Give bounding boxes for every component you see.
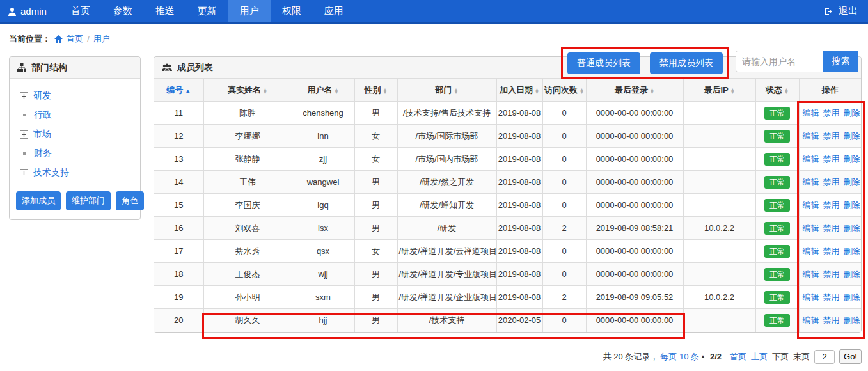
forbid-link[interactable]: 禁用 <box>823 200 840 210</box>
breadcrumb-home-link[interactable]: 首页 <box>67 33 83 45</box>
add-member-button[interactable]: 添加成员 <box>16 191 61 210</box>
tree-item-market[interactable]: 市场 <box>20 125 130 144</box>
tree-item-dev[interactable]: 研发 <box>20 86 130 106</box>
go-button[interactable]: Go! <box>839 349 862 364</box>
cell-join_date: 2019-08-08 <box>496 125 542 148</box>
column-header-last_login[interactable]: 最后登录▲▼ <box>586 79 683 102</box>
delete-link[interactable]: 删除 <box>844 246 860 256</box>
nav-user[interactable]: admin <box>0 0 59 22</box>
edit-link[interactable]: 编辑 <box>803 292 819 302</box>
normal-member-list-button[interactable]: 普通成员列表 <box>567 52 640 74</box>
status-badge: 正常 <box>764 153 790 166</box>
forbid-link[interactable]: 禁用 <box>823 177 840 187</box>
edit-link[interactable]: 编辑 <box>803 246 819 256</box>
forbid-link[interactable]: 禁用 <box>823 108 840 118</box>
plus-square-icon[interactable] <box>20 130 28 139</box>
edit-link[interactable]: 编辑 <box>803 108 819 118</box>
leaf-bullet-icon <box>20 152 29 155</box>
cell-last_ip <box>683 102 755 125</box>
plus-square-icon[interactable] <box>20 169 28 177</box>
column-header-dept[interactable]: 部门▲▼ <box>397 79 496 102</box>
edit-link[interactable]: 编辑 <box>803 131 819 141</box>
page-number-input[interactable] <box>814 350 835 364</box>
column-label: 部门 <box>436 85 452 95</box>
edit-link[interactable]: 编辑 <box>803 177 819 187</box>
cell-actions: 编辑禁用删除 <box>799 309 861 332</box>
forbid-link[interactable]: 禁用 <box>823 292 840 302</box>
forbid-link[interactable]: 禁用 <box>823 269 840 279</box>
cell-name: 张静静 <box>203 148 292 171</box>
first-page-link[interactable]: 首页 <box>730 351 746 363</box>
cell-last_login: 0000-00-00 00:00:00 <box>586 171 683 194</box>
search-input[interactable] <box>736 51 823 72</box>
plus-square-icon[interactable] <box>20 92 28 100</box>
column-header-name[interactable]: 真实姓名▲▼ <box>203 79 292 102</box>
cell-actions: 编辑禁用删除 <box>799 194 861 217</box>
edit-link[interactable]: 编辑 <box>803 154 819 164</box>
cell-status: 正常 <box>755 286 799 309</box>
delete-link[interactable]: 删除 <box>844 177 860 187</box>
delete-link[interactable]: 删除 <box>844 200 860 210</box>
forbid-link[interactable]: 禁用 <box>823 131 840 141</box>
forbid-link[interactable]: 禁用 <box>823 315 840 325</box>
column-header-gender[interactable]: 性别▲▼ <box>354 79 397 102</box>
edit-link[interactable]: 编辑 <box>803 200 819 210</box>
forbid-link[interactable]: 禁用 <box>823 154 840 164</box>
column-header-id[interactable]: 编号▲ <box>154 79 203 102</box>
forbid-link[interactable]: 禁用 <box>823 246 840 256</box>
edit-link[interactable]: 编辑 <box>803 223 819 233</box>
edit-link[interactable]: 编辑 <box>803 269 819 279</box>
cell-visits: 0 <box>542 240 586 263</box>
nav-item-rights[interactable]: 权限 <box>271 0 313 22</box>
nav-item-apps[interactable]: 应用 <box>313 0 355 22</box>
member-row-18: 18王俊杰wjj男/研发/禅道开发/专业版项目2019-08-0800000-0… <box>154 263 861 286</box>
delete-link[interactable]: 删除 <box>844 108 860 118</box>
next-page-link[interactable]: 下页 <box>772 351 789 363</box>
tree-item-label: 技术支持 <box>33 167 69 178</box>
column-header-join_date[interactable]: 加入日期▲▼ <box>496 79 542 102</box>
roles-button[interactable]: 角色 <box>116 191 144 210</box>
tree-item-finance[interactable]: 财务 <box>20 144 130 163</box>
cell-gender: 男 <box>354 217 397 240</box>
department-panel-header: 部门结构 <box>10 57 140 79</box>
nav-item-push[interactable]: 推送 <box>144 0 186 22</box>
nav-item-params[interactable]: 参数 <box>102 0 144 22</box>
column-header-visits[interactable]: 访问次数▲▼ <box>542 79 586 102</box>
cell-actions: 编辑禁用删除 <box>799 240 861 263</box>
status-badge: 正常 <box>764 268 790 281</box>
delete-link[interactable]: 删除 <box>844 269 860 279</box>
tree-item-support[interactable]: 技术支持 <box>20 163 130 182</box>
column-header-username[interactable]: 用户名▲▼ <box>292 79 354 102</box>
cell-status: 正常 <box>755 263 799 286</box>
manage-dept-button[interactable]: 维护部门 <box>66 191 111 210</box>
cell-id: 19 <box>154 286 203 309</box>
cell-actions: 编辑禁用删除 <box>799 102 861 125</box>
cell-id: 20 <box>154 309 203 332</box>
delete-link[interactable]: 删除 <box>844 223 860 233</box>
delete-link[interactable]: 删除 <box>844 154 860 164</box>
search-button[interactable]: 搜索 <box>823 51 858 72</box>
disabled-member-list-button[interactable]: 禁用成员列表 <box>650 52 723 74</box>
column-header-status[interactable]: 状态▲▼ <box>755 79 799 102</box>
cell-last_ip <box>683 148 755 171</box>
nav-item-users[interactable]: 用户 <box>228 0 271 22</box>
delete-link[interactable]: 删除 <box>844 131 860 141</box>
nav-items: 首页参数推送更新用户权限应用 <box>59 0 355 22</box>
column-header-last_ip[interactable]: 最后IP▲▼ <box>683 79 755 102</box>
department-panel-title: 部门结构 <box>31 62 67 74</box>
breadcrumb-current[interactable]: 用户 <box>93 33 110 45</box>
last-page-link[interactable]: 末页 <box>793 351 810 363</box>
edit-link[interactable]: 编辑 <box>803 315 819 325</box>
prev-page-link[interactable]: 上页 <box>751 351 768 363</box>
leaf-bullet-icon <box>20 114 29 116</box>
panel-tools: 普通成员列表 禁用成员列表 搜索 <box>561 47 858 79</box>
forbid-link[interactable]: 禁用 <box>823 223 840 233</box>
home-icon[interactable] <box>54 35 63 43</box>
logout-button[interactable]: 退出 <box>814 0 868 22</box>
delete-link[interactable]: 删除 <box>844 315 860 325</box>
nav-item-update[interactable]: 更新 <box>186 0 228 22</box>
delete-link[interactable]: 删除 <box>844 292 860 302</box>
nav-item-home[interactable]: 首页 <box>59 0 102 22</box>
per-page-link[interactable]: 每页 10 条 <box>660 351 699 363</box>
tree-item-admin[interactable]: 行政 <box>20 106 130 125</box>
